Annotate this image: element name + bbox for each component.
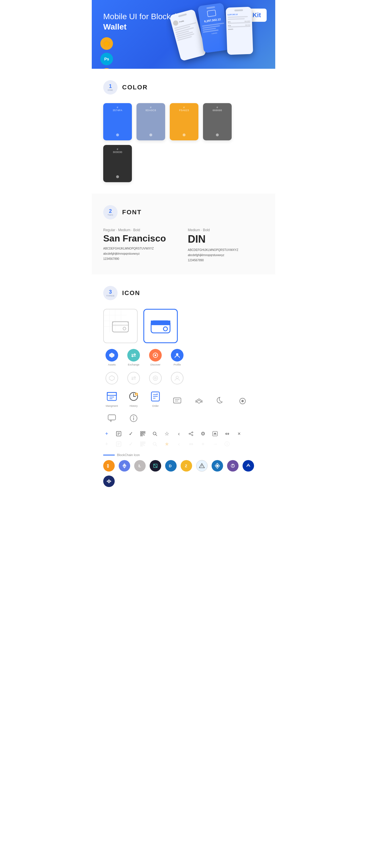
font-din: Medium · Bold DIN ABCDEFGHIJKLMNOPQRSTUV… xyxy=(188,228,264,263)
management-icon-item: Mangment xyxy=(103,390,120,407)
section-num-1: 1 ONE xyxy=(103,80,117,95)
svg-point-17 xyxy=(154,354,156,356)
profile-circle-icon xyxy=(171,349,184,362)
icon-title: ICON xyxy=(122,289,140,297)
svg-point-91 xyxy=(232,464,233,466)
history-icon-item: History xyxy=(125,390,142,407)
svg-rect-24 xyxy=(107,393,116,395)
icon-section: 3 THREE ICON xyxy=(92,274,275,510)
settings-icon: ⚙ xyxy=(200,430,206,437)
color-title: COLOR xyxy=(122,84,148,91)
svg-line-56 xyxy=(156,435,157,436)
history-icon xyxy=(127,390,140,403)
other-icon xyxy=(103,475,115,487)
blockchain-label-row: BlockChain Icon xyxy=(103,453,264,457)
svg-rect-51 xyxy=(144,432,144,433)
svg-rect-75 xyxy=(143,444,144,445)
search-icon-faded xyxy=(151,441,158,447)
plus-icon: + xyxy=(103,430,110,437)
wallet-filled-icon xyxy=(143,309,178,343)
qr-icon xyxy=(139,430,146,437)
svg-point-58 xyxy=(189,433,190,434)
exchange-circle-icon xyxy=(127,349,140,362)
neo-icon xyxy=(150,460,161,471)
color-swatch-dark: #303030 xyxy=(103,145,132,182)
upload-icon xyxy=(211,430,219,437)
svg-rect-50 xyxy=(141,432,142,433)
arrow-faded: → xyxy=(211,441,219,447)
icon-section-header: 3 THREE ICON xyxy=(103,286,264,300)
svg-text:D: D xyxy=(169,464,171,468)
moon-icon xyxy=(215,395,227,407)
svg-line-61 xyxy=(190,434,192,435)
info-icon-item xyxy=(125,412,142,425)
svg-rect-74 xyxy=(144,445,144,446)
x-faded: × xyxy=(200,441,206,447)
font-section: 2 TWO FONT Regular · Medium · Bold San F… xyxy=(92,194,275,274)
svg-rect-72 xyxy=(144,442,144,443)
blockchain-label: BlockChain Icon xyxy=(117,453,140,457)
svg-point-14 xyxy=(163,327,167,331)
svg-point-22 xyxy=(176,376,178,378)
svg-rect-52 xyxy=(141,435,142,435)
exchange-outline-icon-item xyxy=(125,372,142,384)
svg-rect-9 xyxy=(112,322,129,325)
ethereum-icon xyxy=(119,460,130,471)
svg-marker-19 xyxy=(109,376,114,381)
profile-icon-item: Profile xyxy=(169,349,186,366)
resize-icon: ⇔ xyxy=(224,430,230,437)
wallet-outline-icon xyxy=(103,309,138,343)
star-icon: ☆ xyxy=(163,430,170,437)
info-faded: ⓘ xyxy=(224,441,230,447)
check-icon-faded: ✓ xyxy=(127,441,134,447)
qr-icon-faded xyxy=(139,441,146,447)
svg-text:₿: ₿ xyxy=(107,464,109,468)
assets-outline-icon-item xyxy=(103,372,120,384)
speech-icon-item xyxy=(103,412,120,425)
app-icons-row: Mangment History xyxy=(103,390,264,425)
litecoin-icon: Ł xyxy=(134,460,146,471)
layers-icon xyxy=(193,395,205,407)
outline-icons-row xyxy=(103,372,264,384)
svg-point-59 xyxy=(192,435,193,436)
svg-rect-23 xyxy=(107,393,116,401)
svg-rect-34 xyxy=(173,398,181,403)
assets-circle-icon xyxy=(106,349,118,362)
iota-icon xyxy=(196,460,207,471)
discover-outline-icon xyxy=(149,372,162,384)
svg-point-42 xyxy=(133,416,134,417)
screens-badge: 60+Screens xyxy=(101,68,113,69)
order-icon-item: Order xyxy=(147,390,164,407)
svg-rect-73 xyxy=(141,445,142,446)
info-icon xyxy=(127,412,140,425)
assets-icon-item: Assets xyxy=(103,349,120,366)
profile-outline-icon-item xyxy=(169,372,186,384)
svg-marker-89 xyxy=(216,464,219,467)
svg-point-21 xyxy=(154,377,156,379)
chat-icon-item xyxy=(169,395,186,407)
color-swatch-gray: #666666 xyxy=(203,103,232,141)
ps-badge: Ps xyxy=(101,53,113,65)
blockchain-divider xyxy=(103,455,115,456)
hero-badges: Ps 60+Screens xyxy=(101,37,113,69)
svg-point-57 xyxy=(192,432,193,433)
phone-mockup-3: 6,297,502.12 BTC 738-2003 ETH 564.912 WA… xyxy=(226,7,253,55)
color-section: 1 ONE COLOR #3574FA #8DA0C8 #F5A623 #666… xyxy=(92,69,275,194)
svg-text:Ł: Ł xyxy=(139,464,141,468)
svg-marker-79 xyxy=(122,463,126,467)
svg-rect-53 xyxy=(144,435,144,435)
svg-rect-13 xyxy=(151,321,170,325)
section-num-2: 2 TWO xyxy=(103,205,117,219)
svg-point-38 xyxy=(242,400,244,402)
speech-icon xyxy=(106,412,118,425)
svg-point-20 xyxy=(153,376,158,380)
svg-line-83 xyxy=(154,464,157,467)
crypto-coins-row: ₿ Ł D xyxy=(103,460,264,487)
phones-area: Profile 6,297,502.12 myWallet xyxy=(166,0,275,69)
search-icon xyxy=(151,430,158,437)
zcash-icon: Z xyxy=(181,460,192,471)
color-section-header: 1 ONE COLOR xyxy=(103,80,264,95)
stratis-icon xyxy=(211,460,223,471)
svg-line-77 xyxy=(156,445,157,446)
augur-icon xyxy=(227,460,238,471)
